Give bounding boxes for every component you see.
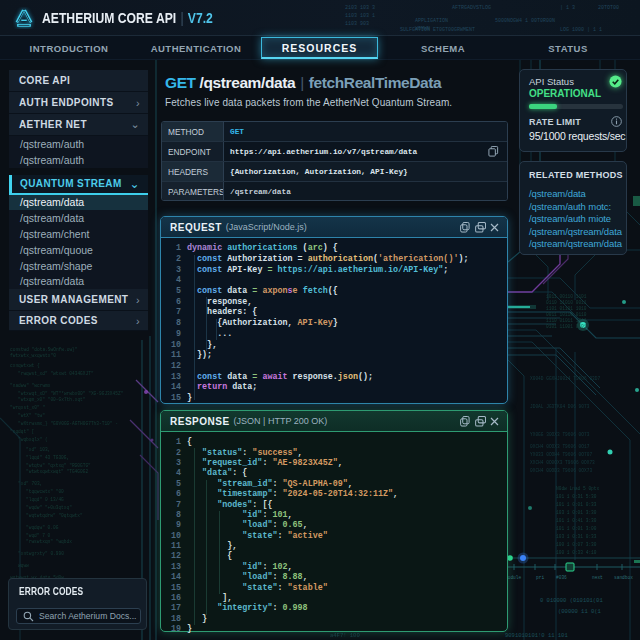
svg-text:"lqqd" 43 TG30G,: "lqqd" 43 TG30G, xyxy=(26,455,69,460)
svg-text:"wqtwtqdrw" "0qtqwtx": "wqtwtqdrw" "0qtqwtx" xyxy=(26,513,83,518)
svg-text:1101 01101 1010: 1101 01101 1010 xyxy=(546,306,587,311)
svg-text:JD0AL JG3TK04 D06 9073: JD0AL JG3TK04 D06 9073 xyxy=(530,404,590,409)
svg-text:"rwqwst_xd" "wtxwt 0434GXJT": "rwqwst_xd" "wtxwt 0434GXJT" xyxy=(18,371,94,376)
svg-text:101 1 0:31 5:30: 101 1 0:31 5:30 xyxy=(556,494,597,499)
svg-text:"wtxqm_x0" "00-Gx7th.xqt": "wtxqm_x0" "00-Gx7th.xqt" xyxy=(18,397,86,402)
svg-text:2103 103 3: 2103 103 3 xyxy=(345,5,375,11)
svg-text:cxnqwtxwt {: cxnqwtxwt { xyxy=(10,363,40,368)
svg-text:"wqdqw" 0.0G: "wqdqw" 0.0G xyxy=(26,525,59,530)
svg-text:101 1 0:01 0:33: 101 1 0:01 0:33 xyxy=(556,502,597,507)
svg-text:"lqqd" 0 13/4G: "lqqd" 0 13/4G xyxy=(26,497,64,502)
svg-text:0110 11010 0011: 0110 11010 0011 xyxy=(546,300,587,305)
svg-text:APPLIGATION: APPLIGATION xyxy=(415,18,448,24)
svg-text:0XCH4 0OOX3 T9606 0O17: 0XCH4 0OOX3 T9606 0O17 xyxy=(530,444,590,449)
svg-text:"rwswtxqn" "wqbdx: "rwswtxqn" "wqbdx xyxy=(26,539,72,544)
svg-text:101 1 0:41 3:30: 101 1 0:41 3:30 xyxy=(556,518,597,523)
svg-text:0XCH4 00OD3 T9606 0OX73: 0XCH4 00OD3 T9606 0OX73 xyxy=(530,468,592,473)
svg-text:fwtxwtx_wxqwstx"0: fwtxwtx_wxqwstx"0 xyxy=(10,353,56,358)
svg-text:"xntwgrxty" 0.990: "xntwgrxty" 0.990 xyxy=(18,551,64,556)
svg-text:1110 01011 1011: 1110 01011 1011 xyxy=(546,318,587,323)
svg-text:100 1 0:33 4:10: 100 1 0:33 4:10 xyxy=(556,550,597,555)
svg-text:0101 11001 0101: 0101 11001 0101 xyxy=(546,324,587,329)
svg-text:pri: pri xyxy=(536,575,544,580)
svg-text:1011 00110 1101: 1011 00110 1101 xyxy=(546,294,587,299)
svg-text:1103 103 1: 1103 103 1 xyxy=(345,13,375,19)
svg-text:XXCH4 0O0OX3 T9606 0OX73: XXCH4 0O0OX3 T9606 0OX73 xyxy=(530,460,595,465)
svg-text:(00000 11 0(1: (00000 11 0(1 xyxy=(558,608,602,615)
svg-text:YX033 0OOH4 T9606 0O707: YX033 0OOH4 T9606 0O707 xyxy=(530,452,592,457)
svg-text:1103 903: 1103 903 xyxy=(345,21,369,27)
svg-text:next: next xyxy=(592,575,603,580)
svg-text:#036: #036 xyxy=(556,575,567,580)
svg-text:"xd" 703,: "xd" 703, xyxy=(18,481,42,486)
svg-text:9091010101!0 11 101: 9091010101!0 11 101 xyxy=(505,632,568,639)
svg-text:YX0GG 30OX3 T9606 0O73: YX0GG 30OX3 T9606 0O73 xyxy=(530,432,590,437)
svg-text:"wtwtxqwtxwqt" "TG4G0G2: "wtwtxqwtxwqt" "TG4G0G2 xyxy=(26,469,88,474)
svg-text:5000NOGW4 1 00T0R00N: 5000NOGW4 1 00T0R00N xyxy=(495,18,555,24)
svg-text:sandbox: sandbox xyxy=(614,575,633,580)
svg-text:20TOT00: 20TOT00 xyxy=(598,5,619,11)
svg-text:"wtxwqt_xD" "WT"*wrwbx00" "XG-: "wtxwqt_xD" "WT"*wrwbx00" "XG-9GJ3X45Z" xyxy=(18,391,124,396)
svg-text:"xd" 103,: "xd" 103, xyxy=(26,447,50,452)
svg-text:"wXtrwsmx_} "G0V0GG-AGTH0G7Th3: "wXtrwsmx_} "G0V0GG-AGTH0G7Th3-T10" - xyxy=(18,421,118,426)
svg-text:| 1 3: | 1 3 xyxy=(560,5,575,11)
svg-text:"wtqtw" "qxtxq" "RG0GTG": "wtqtw" "qxtxq" "RG0GTG" xyxy=(26,463,91,468)
svg-text:"tqqwcwtx" "00: "tqqwcwtx" "00 xyxy=(26,489,64,494)
svg-text:N0dw Lnad 5 0ptx: N0dw Lnad 5 0ptx xyxy=(556,486,600,491)
svg-text:101 1 0:01 3:00: 101 1 0:01 3:00 xyxy=(556,526,597,531)
svg-text:"wqbxqlx" (: "wqbxqlx" ( xyxy=(18,437,48,442)
svg-text:103 1 0:31 0:33: 103 1 0:31 0:33 xyxy=(556,534,597,539)
svg-text:103 1 0:01 3:30: 103 1 0:01 3:30 xyxy=(556,510,597,515)
svg-text:0 010000 (010101(01: 0 010000 (010101(01 xyxy=(540,597,603,604)
svg-text:100 1 0:07 3:30: 100 1 0:07 3:30 xyxy=(556,542,597,547)
svg-text:"wrqxst_x0" ": "wrqxst_x0" " xyxy=(10,405,45,410)
svg-text:"wtX" "tw": "wtX" "tw" xyxy=(18,413,45,418)
svg-text:LOG 1000 | 1 1: LOG 1000 | 1 1 xyxy=(560,27,602,33)
svg-text:"wqdw" "+0u3qtxq": "wqdw" "+0u3qtxq" xyxy=(26,505,72,510)
svg-text:constwd "dota.SwOnfw.ow}": constwd "dota.SwOnfw.ow}" xyxy=(10,347,78,352)
svg-text:AFTRGADVSTLOG: AFTRGADVSTLOG xyxy=(452,5,491,11)
svg-text:0011 10110 0110: 0011 10110 0110 xyxy=(546,312,587,317)
svg-text:"nadww" "wcrwmx: "nadww" "wcrwmx xyxy=(10,383,51,388)
svg-text:SULFGATION ET0GT00GRWMENT: SULFGATION ET0GT00GRWMENT xyxy=(400,27,475,33)
svg-text:"wqd" 7 0: "wqd" 7 0 xyxy=(26,533,51,538)
svg-text:X004D GGXHJ0014 T9606 03D7: X004D GGXHJ0014 T9606 03D7 xyxy=(530,376,601,381)
